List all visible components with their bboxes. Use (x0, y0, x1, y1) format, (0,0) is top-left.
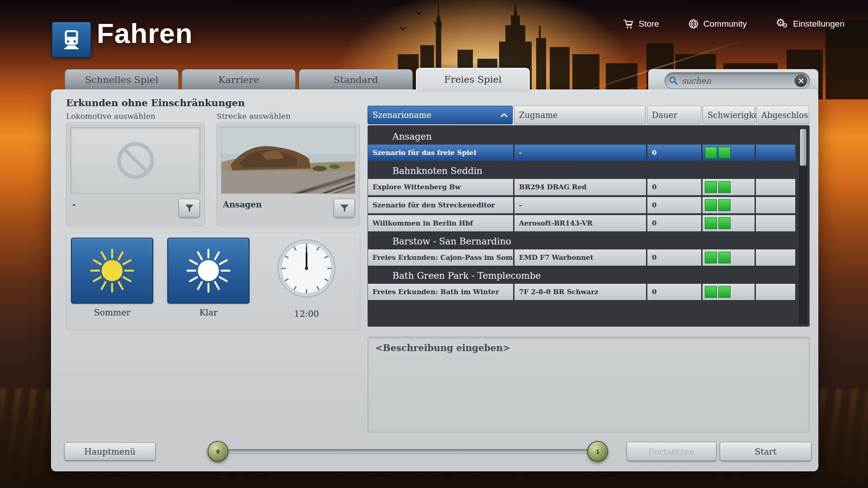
difficulty-bar (705, 199, 717, 211)
scrollbar-thumb[interactable] (800, 129, 807, 166)
cell-scenario: Szenario für den Streckeneditor (368, 197, 514, 213)
difficulty-bar (718, 252, 731, 263)
route-picker[interactable]: Ansagen (217, 122, 360, 226)
table-row[interactable]: Szenario für den Streckeneditor - 0 (368, 197, 795, 213)
bird-flock (298, 4, 470, 44)
cell-difficulty (703, 215, 756, 231)
filter-icon (184, 204, 194, 213)
table-row[interactable]: Freies Erkunden: Bath im Winter 7F 2-8-0… (368, 284, 795, 300)
difficulty-bar (705, 252, 717, 263)
cell-train: Aerosoft-BR143-VR (514, 215, 647, 231)
cell-completed (756, 284, 795, 300)
store-link[interactable]: Store (623, 19, 659, 29)
difficulty-bar (718, 181, 731, 193)
globe-icon (688, 19, 699, 29)
tab-karriere[interactable]: Karriere (182, 69, 296, 90)
table-row-selected[interactable]: Szenario für das freie Spiel - 0 (368, 145, 795, 161)
column-header-szenarioname[interactable]: Szenarioname (368, 106, 513, 124)
slider-track[interactable] (218, 449, 601, 454)
tab-schnelles-spiel[interactable]: Schnelles Spiel (65, 69, 179, 90)
community-link[interactable]: Community (688, 19, 747, 29)
clear-search-button[interactable] (795, 75, 807, 87)
tab-freies-spiel[interactable]: Freies Spiel (416, 68, 530, 90)
store-label: Store (638, 19, 659, 29)
search-input[interactable] (682, 76, 791, 85)
route-preview-image (222, 127, 355, 194)
community-label: Community (703, 19, 747, 29)
cell-completed (756, 215, 795, 231)
column-header-dauer[interactable]: Dauer (647, 106, 701, 124)
locomotive-filter-button[interactable] (179, 199, 200, 217)
resume-button[interactable]: Fortsetzen (627, 442, 717, 461)
difficulty-bar (705, 217, 717, 229)
cell-difficulty (703, 197, 756, 213)
cell-duration: 0 (647, 249, 703, 266)
section-heading: Erkunden ohne Einschränkungen (66, 97, 245, 108)
slider-knob-min[interactable]: 0 (208, 441, 228, 462)
cell-train: EMD F7 Warbonnet (514, 249, 647, 266)
cell-duration: 0 (647, 284, 703, 300)
cell-train: - (514, 145, 647, 161)
weather-label: Klar (167, 307, 250, 317)
difficulty-bar (718, 217, 731, 229)
difficulty-bar (705, 286, 717, 298)
route-select-label: Strecke auswählen (217, 112, 291, 121)
route-value: Ansagen (223, 200, 262, 209)
clock-icon (277, 239, 336, 298)
search-box (665, 72, 810, 89)
settings-label: Einstellungen (793, 19, 844, 29)
table-row[interactable]: Explore Wittenberg Bw BR294 DBAG Red 0 (368, 179, 795, 195)
difficulty-bar (718, 147, 731, 159)
tab-standard[interactable]: Standard (299, 69, 413, 90)
locomotive-picker[interactable]: - (66, 122, 205, 226)
season-button[interactable] (71, 238, 153, 304)
settings-link[interactable]: ⚙ ⚙ Einstellungen (776, 18, 844, 30)
column-header-zugname[interactable]: Zugname (514, 106, 646, 124)
cart-icon (623, 19, 634, 29)
cell-difficulty (703, 284, 756, 300)
route-filter-button[interactable] (334, 199, 355, 217)
cell-difficulty (703, 179, 756, 195)
cell-scenario: Explore Wittenberg Bw (368, 179, 514, 195)
time-label: 12:00 (277, 309, 336, 319)
filter-icon (340, 204, 349, 213)
time-of-day-clock[interactable] (277, 239, 336, 298)
scenario-table: Ansagen Szenario für das freie Spiel - 0… (368, 125, 810, 327)
cell-completed (756, 249, 795, 266)
loco-select-label: Lokomotive auswählen (66, 112, 156, 121)
environment-settings-box: Sommer Klar 12:00 (66, 233, 360, 330)
description-input[interactable]: <Beschreibung eingeben> (368, 337, 810, 432)
column-header-abgeschlossen[interactable]: Abgeschlos (756, 106, 809, 124)
locomotive-thumbnail-area (71, 127, 200, 194)
season-label: Sommer (71, 307, 153, 317)
start-button[interactable]: Start (720, 442, 811, 461)
difficulty-bar (705, 181, 717, 193)
sun-summer-icon (86, 244, 138, 297)
cell-scenario: Willkommen in Berlin Hbf (368, 215, 514, 231)
search-icon (669, 76, 678, 85)
cell-duration: 0 (647, 179, 703, 195)
table-row[interactable]: Willkommen in Berlin Hbf Aerosoft-BR143-… (368, 215, 795, 231)
slider-knob-max[interactable]: 1 (587, 441, 608, 462)
app-logo (52, 22, 91, 58)
cell-train: BR294 DBAG Red (514, 179, 647, 195)
cell-difficulty (703, 249, 756, 266)
chevron-up-icon (500, 113, 508, 117)
cell-train: - (514, 197, 647, 213)
cell-completed (756, 179, 795, 195)
weather-button[interactable] (167, 238, 250, 304)
cell-completed (756, 197, 795, 213)
top-navigation: Store Community ⚙ ⚙ Einstellungen (623, 18, 844, 30)
table-row[interactable]: Freies Erkunden: Cajon-Pass im Sommer EM… (368, 249, 795, 266)
column-header-schwierigkeit[interactable]: Schwierigke (703, 106, 755, 124)
main-menu-button[interactable]: Hauptmenü (64, 442, 156, 460)
gears-icon: ⚙ ⚙ (776, 18, 788, 30)
cell-duration: 0 (647, 197, 703, 213)
train-icon (57, 26, 86, 53)
column-label: Szenarioname (373, 110, 431, 120)
cell-train: 7F 2-8-0 BR Schwarz (514, 284, 647, 300)
locomotive-value: - (72, 200, 75, 209)
table-scrollbar[interactable] (799, 128, 807, 324)
no-selection-icon (111, 136, 160, 185)
page-title: Fahren (97, 17, 193, 49)
